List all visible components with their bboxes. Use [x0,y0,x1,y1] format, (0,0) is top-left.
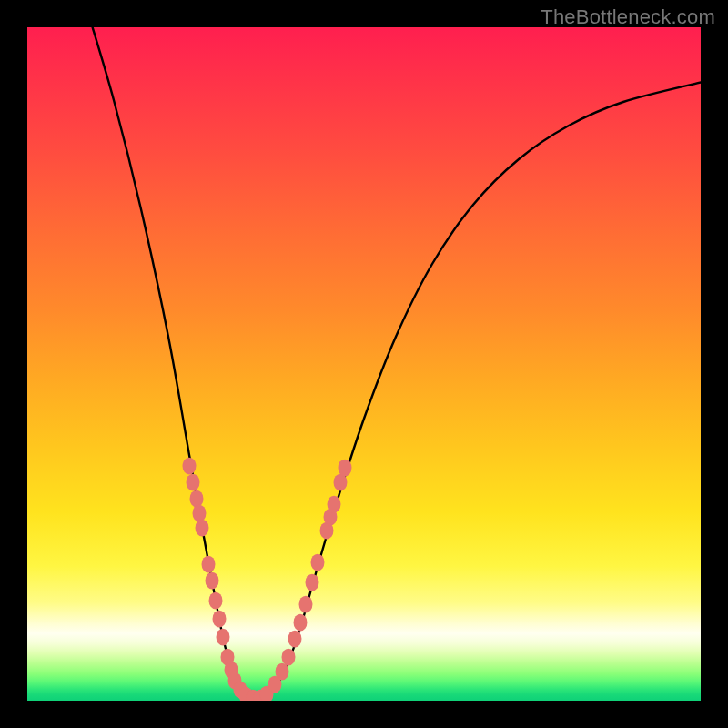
bead [282,649,296,666]
bead [209,592,223,610]
v-curve [89,27,701,700]
chart-stage: TheBottleneck.com [0,0,728,728]
bead [183,458,197,475]
bead-group [183,458,352,701]
bead [193,505,207,522]
bead [288,631,302,648]
bead [311,554,325,571]
bead [213,611,227,628]
curve-layer [27,27,701,701]
bead [202,556,216,573]
bead [217,629,230,646]
bead [294,614,308,632]
watermark-text: TheBottleneck.com [541,5,715,29]
bead [299,596,313,613]
bead [187,474,200,491]
bead [328,496,341,513]
bead [276,663,289,681]
bead [190,490,204,508]
bead [196,520,209,537]
bead [306,574,319,592]
bead [334,474,348,491]
plot-area [27,27,701,701]
bead [206,572,219,590]
bead [339,460,352,477]
